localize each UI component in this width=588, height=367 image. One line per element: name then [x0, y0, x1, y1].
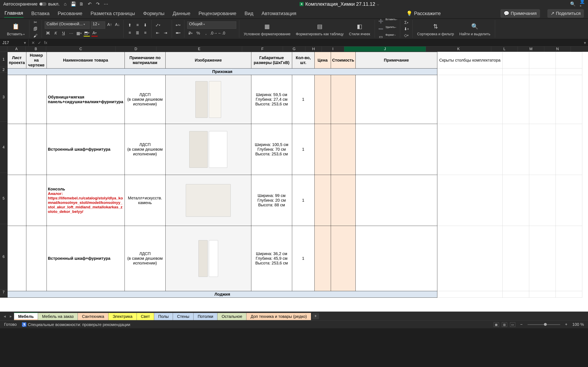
- copy-icon[interactable]: 🗐: [32, 27, 39, 31]
- zoom-slider[interactable]: [527, 324, 560, 325]
- cell[interactable]: [331, 75, 355, 124]
- cut-icon[interactable]: ✂: [32, 20, 39, 25]
- find-select-button[interactable]: 🔍 Найти и выделить: [458, 22, 492, 36]
- italic-icon[interactable]: К: [52, 30, 59, 36]
- cell[interactable]: [437, 175, 502, 226]
- cell[interactable]: [502, 124, 529, 175]
- cell[interactable]: [331, 175, 355, 226]
- cell[interactable]: [555, 226, 582, 291]
- chevron-down-icon[interactable]: ▾: [24, 40, 26, 45]
- cell[interactable]: [314, 124, 331, 175]
- col-header-E[interactable]: E: [156, 47, 242, 52]
- sheet-tab[interactable]: Мебель: [14, 313, 38, 320]
- cell[interactable]: [355, 175, 437, 226]
- orientation-icon[interactable]: ⤢: [155, 22, 161, 28]
- undo-icon[interactable]: ↶: [87, 1, 92, 7]
- product-image[interactable]: [165, 75, 251, 124]
- page-layout-view-icon[interactable]: ▥: [502, 322, 507, 327]
- col-header-G[interactable]: G: [283, 47, 305, 52]
- cell[interactable]: [26, 124, 47, 175]
- cell[interactable]: [437, 75, 502, 124]
- conditional-formatting-button[interactable]: ▦ Условное форматирование: [242, 22, 292, 36]
- search-icon[interactable]: 🔍: [570, 1, 575, 7]
- decrease-indent-icon[interactable]: ⇤: [155, 30, 161, 36]
- thousands-icon[interactable]: ,: [203, 30, 209, 36]
- cell[interactable]: [355, 226, 437, 291]
- row-header-6[interactable]: 6: [0, 224, 7, 290]
- format-cells-button[interactable]: ▭Формат: [378, 33, 397, 40]
- clear-icon[interactable]: ◇: [403, 33, 410, 38]
- cell[interactable]: 1: [292, 75, 314, 124]
- accessibility-status[interactable]: ♿ Специальные возможности: проверьте рек…: [22, 322, 130, 327]
- redo-icon[interactable]: ↷: [95, 1, 100, 7]
- share-button[interactable]: ↗ Поделиться: [547, 9, 584, 18]
- sheet-tab[interactable]: Свет: [137, 313, 154, 320]
- sheet-tab[interactable]: Сантехника: [78, 313, 108, 320]
- cell[interactable]: [8, 226, 26, 291]
- sheet-tab[interactable]: Электрика: [108, 313, 137, 320]
- align-left-icon[interactable]: ≡: [127, 30, 133, 36]
- cell[interactable]: 1: [292, 124, 314, 175]
- comments-button[interactable]: 💬 Примечания: [501, 9, 540, 18]
- cell[interactable]: [26, 175, 47, 226]
- cell[interactable]: [502, 75, 529, 124]
- switch-icon[interactable]: [39, 2, 47, 6]
- ribbon-tab-рецензирование[interactable]: Рецензирование: [198, 9, 237, 17]
- select-all-corner[interactable]: [0, 47, 7, 52]
- col-header-F[interactable]: F: [242, 47, 283, 52]
- font-color-icon[interactable]: A: [91, 30, 98, 36]
- sheet-nav-prev[interactable]: ▸: [8, 314, 14, 319]
- align-right-icon[interactable]: ≡: [142, 30, 149, 36]
- cell[interactable]: Ширина: 99 смГлубина: 20 смВысота: 88 см: [251, 175, 292, 226]
- cell[interactable]: [331, 124, 355, 175]
- fill-icon[interactable]: ⬇: [403, 26, 410, 31]
- cell[interactable]: [555, 75, 582, 124]
- cancel-formula-icon[interactable]: ✕: [31, 40, 35, 45]
- row-header-1[interactable]: 1: [0, 52, 7, 67]
- normal-view-icon[interactable]: ▦: [494, 322, 499, 327]
- decrease-decimal-icon[interactable]: ←.0: [218, 30, 225, 36]
- cell[interactable]: Металл+искусств. камень: [125, 175, 165, 226]
- save-as-icon[interactable]: 🗎: [79, 1, 84, 7]
- sheet-nav-first[interactable]: ◂: [2, 314, 8, 319]
- ribbon-tab-вид[interactable]: Вид: [244, 9, 254, 17]
- ribbon-tab-данные[interactable]: Данные: [172, 9, 191, 17]
- cell[interactable]: [529, 75, 555, 124]
- product-image[interactable]: [165, 226, 251, 291]
- cell[interactable]: [437, 226, 502, 291]
- row-header-2[interactable]: 2: [0, 67, 7, 73]
- borders-icon[interactable]: ▦: [76, 30, 82, 36]
- tell-me[interactable]: 💡 Расскажите: [406, 11, 441, 16]
- ribbon-tab-автоматизация[interactable]: Автоматизация: [261, 9, 297, 17]
- row-header-3[interactable]: 3: [0, 73, 7, 122]
- product-image[interactable]: [165, 124, 251, 175]
- row-header-7[interactable]: 7: [0, 290, 7, 295]
- paste-button[interactable]: 📋 Вставить: [5, 22, 26, 36]
- col-header-H[interactable]: H: [305, 47, 322, 52]
- align-bottom-icon[interactable]: ⬇: [142, 22, 149, 28]
- cell[interactable]: [314, 226, 331, 291]
- cell[interactable]: КонсольАналог:https://lifemebel.ru/catal…: [47, 175, 125, 226]
- cell[interactable]: Ширина: 59,5 смГлубина: 27,4 смВысота: 2…: [251, 75, 292, 124]
- cell[interactable]: [355, 75, 437, 124]
- ribbon-tab-разметка страницы[interactable]: Разметка страницы: [90, 9, 135, 17]
- underline-icon[interactable]: Ч: [60, 30, 67, 36]
- sheet-tab[interactable]: Остальное: [217, 313, 246, 320]
- col-header-I[interactable]: I: [322, 47, 344, 52]
- currency-icon[interactable]: ₽: [187, 30, 194, 36]
- autosum-icon[interactable]: Σ: [403, 20, 410, 25]
- name-box[interactable]: J17 ▾: [0, 39, 29, 46]
- col-header-N[interactable]: N: [544, 47, 571, 52]
- zoom-in-icon[interactable]: +: [565, 322, 568, 327]
- percent-icon[interactable]: %: [195, 30, 201, 36]
- cell[interactable]: 1: [292, 175, 314, 226]
- wrap-text-icon[interactable]: ↩: [175, 22, 181, 28]
- coauthor-icon[interactable]: 👤⁺: [579, 1, 585, 7]
- cell[interactable]: ЛДСП(в самом дешевом исполнении): [125, 75, 165, 124]
- autosave-toggle[interactable]: Автосохранение выкл.: [3, 1, 60, 7]
- row-header-4[interactable]: 4: [0, 122, 7, 173]
- add-sheet-button[interactable]: +: [312, 313, 319, 319]
- fx-icon[interactable]: fx: [44, 40, 47, 45]
- sort-filter-button[interactable]: ⇅ Сортировка и фильтр: [415, 22, 456, 36]
- cell[interactable]: 1: [292, 226, 314, 291]
